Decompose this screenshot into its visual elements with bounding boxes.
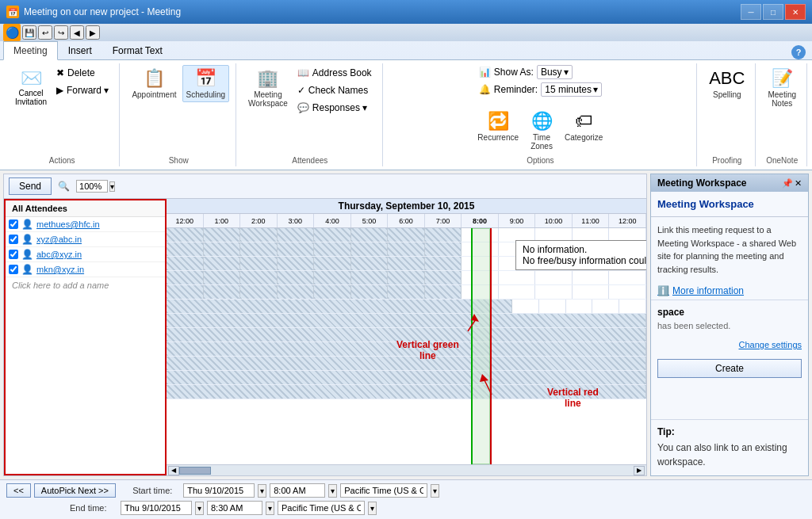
attendees-header: All Attendees: [6, 200, 165, 217]
meeting-workspace-button[interactable]: 🏢 MeetingWorkspace: [244, 65, 292, 111]
start-date-dropdown-btn[interactable]: ▾: [258, 484, 266, 498]
delete-label: Delete: [67, 67, 95, 78]
reminder-dropdown[interactable]: 15 minutes ▾: [541, 82, 602, 97]
undo-button[interactable]: ↩: [38, 25, 52, 40]
grid-cell-2-5: [314, 242, 351, 256]
responses-label: Responses ▾: [312, 102, 367, 113]
attendee-email-3[interactable]: abc@xyz.in: [36, 250, 82, 259]
forward-button[interactable]: ▶ Forward ▾: [52, 82, 113, 98]
scroll-thumb[interactable]: [179, 467, 211, 475]
attendee-checkbox-1[interactable]: [9, 219, 18, 229]
address-book-icon: 📖: [297, 67, 309, 78]
attendees-content: 🏢 MeetingWorkspace 📖 Address Book ✓ Chec…: [244, 65, 376, 165]
ribbon-tabs: Meeting Insert Format Text ?: [0, 41, 812, 59]
attendee-checkbox-2[interactable]: [9, 235, 18, 244]
delete-button[interactable]: ✖ Delete: [52, 65, 113, 81]
address-book-button[interactable]: 📖 Address Book: [293, 65, 376, 81]
tab-format-text[interactable]: Format Text: [102, 41, 173, 59]
send-button[interactable]: Send: [9, 177, 52, 195]
save-button[interactable]: 💾: [22, 25, 36, 40]
cancel-label: CancelInvitation: [15, 89, 47, 106]
title-bar-controls[interactable]: ─ □ ✕: [741, 4, 806, 20]
show-as-row: 📊 Show As: Busy ▾: [479, 65, 573, 79]
panel-close-button[interactable]: ✕: [795, 178, 802, 189]
maximize-button[interactable]: □: [763, 4, 783, 20]
tab-meeting[interactable]: Meeting: [3, 41, 58, 60]
grid-cell-1-2: [204, 228, 241, 242]
end-tz-input[interactable]: [278, 501, 365, 515]
time-label-1200-pm: 12:00: [609, 214, 646, 227]
time-label-900: 9:00: [499, 214, 536, 227]
categorize-button[interactable]: 🏷 Categorize: [561, 108, 607, 154]
end-tz-dropdown-btn[interactable]: ▾: [368, 502, 377, 515]
tab-insert[interactable]: Insert: [58, 41, 102, 59]
zoom-control: ▾: [76, 180, 115, 193]
svg-line-0: [468, 319, 476, 331]
close-button[interactable]: ✕: [785, 4, 806, 20]
scheduling-button[interactable]: 📅 Scheduling: [182, 65, 229, 102]
start-date-input[interactable]: [183, 483, 255, 498]
change-settings-link[interactable]: Change settings: [651, 337, 808, 353]
info-icon: ℹ️: [657, 285, 669, 296]
start-time-input[interactable]: [270, 483, 325, 498]
end-time-dropdown-btn[interactable]: ▾: [266, 502, 274, 515]
redo-button[interactable]: ↪: [54, 25, 68, 40]
back-button[interactable]: ◀: [70, 25, 84, 40]
appointment-button[interactable]: 📋 Appointment: [128, 65, 180, 102]
scroll-left-btn[interactable]: ◀: [168, 466, 179, 475]
show-content: 📋 Appointment 📅 Scheduling: [128, 65, 229, 165]
tooltip-box: No information. No free/busy information…: [515, 240, 646, 270]
spelling-button[interactable]: ABC Spelling: [705, 65, 749, 102]
reminder-value: 15 minutes: [545, 84, 592, 95]
meeting-notes-button[interactable]: 📝 MeetingNotes: [764, 65, 800, 111]
show-as-label: Show As:: [494, 67, 534, 78]
show-as-dropdown[interactable]: Busy ▾: [537, 65, 573, 79]
delete-icon: ✖: [56, 67, 64, 78]
add-attendee-placeholder[interactable]: Click here to add a name: [6, 277, 165, 293]
autopick-button[interactable]: AutoPick Next >>: [34, 483, 116, 498]
horizontal-scrollbar[interactable]: ◀ ▶: [167, 464, 646, 475]
start-time-dropdown-btn[interactable]: ▾: [328, 484, 337, 498]
grid-cell-2-2: [204, 242, 241, 256]
start-tz-dropdown-btn[interactable]: ▾: [431, 484, 439, 498]
attendee-checkbox-4[interactable]: [9, 265, 18, 274]
minimize-button[interactable]: ─: [741, 4, 761, 20]
appointment-icon: 📋: [144, 68, 165, 89]
workspace-section-title: space: [657, 307, 802, 318]
scheduling-label: Scheduling: [186, 90, 225, 99]
panel-header-controls[interactable]: 📌 ✕: [782, 178, 802, 189]
more-info-link[interactable]: ℹ️ More information: [651, 282, 808, 300]
cancel-invitation-button[interactable]: ✉️ CancelInvitation: [11, 65, 51, 109]
zoom-dropdown-btn[interactable]: ▾: [109, 181, 115, 192]
time-label-300: 3:00: [278, 214, 315, 227]
proofing-group-label: Proofing: [699, 156, 755, 165]
attendee-checkbox-3[interactable]: [9, 250, 18, 259]
red-vertical-line: [490, 228, 492, 464]
responses-button[interactable]: 💬 Responses ▾: [293, 100, 376, 116]
forward-label: Forward ▾: [67, 85, 109, 96]
time-label-1100: 11:00: [573, 214, 610, 227]
help-button[interactable]: ?: [791, 45, 806, 59]
attendee-email-4[interactable]: mkn@xyz.in: [36, 265, 84, 274]
time-zones-button[interactable]: 🌐 TimeZones: [526, 108, 557, 154]
forward-button[interactable]: ▶: [86, 25, 100, 40]
attendee-email-2[interactable]: xyz@abc.in: [36, 235, 82, 244]
timeline-container: Thursday, September 10, 2015 12:00 1:00 …: [167, 199, 646, 475]
reminder-row: 🔔 Reminder: 15 minutes ▾: [479, 82, 602, 97]
ribbon-group-attendees: 🏢 MeetingWorkspace 📖 Address Book ✓ Chec…: [238, 63, 383, 166]
address-book-label: Address Book: [312, 67, 372, 78]
attendee-email-1[interactable]: methues@hfc.in: [36, 219, 100, 229]
end-date-input[interactable]: [121, 501, 192, 515]
end-time-input[interactable]: [207, 501, 262, 515]
create-button[interactable]: Create: [657, 359, 802, 378]
time-label-600: 6:00: [388, 214, 425, 227]
panel-pin-button[interactable]: 📌: [782, 178, 793, 189]
zoom-input[interactable]: [76, 180, 108, 193]
scroll-right-btn[interactable]: ▶: [634, 466, 645, 475]
prev-button[interactable]: <<: [6, 483, 31, 498]
check-names-button[interactable]: ✓ Check Names: [293, 82, 376, 98]
recurrence-button[interactable]: 🔁 Recurrence: [473, 108, 523, 154]
end-date-dropdown-btn[interactable]: ▾: [195, 502, 204, 515]
start-tz-input[interactable]: [340, 483, 427, 498]
recurrence-label: Recurrence: [477, 133, 519, 142]
